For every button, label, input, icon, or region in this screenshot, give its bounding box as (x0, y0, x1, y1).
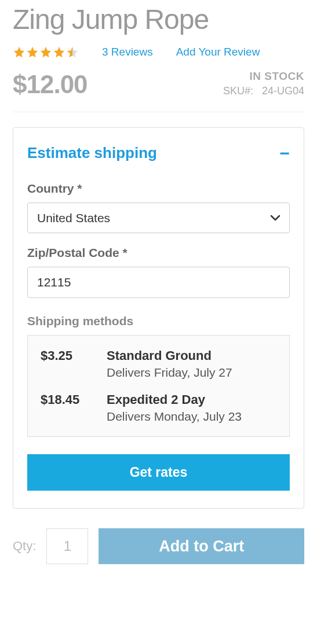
rating-stars (13, 46, 79, 58)
shipping-method-delivery: Delivers Monday, July 23 (107, 410, 242, 424)
country-label: Country * (27, 182, 290, 196)
star-icon (13, 46, 25, 58)
zip-input[interactable] (27, 267, 290, 298)
shipping-methods-label: Shipping methods (27, 314, 290, 328)
product-title: Zing Jump Rope (13, 3, 304, 35)
estimate-shipping-panel: Estimate shipping − Country * United Sta… (13, 127, 304, 509)
qty-input[interactable] (46, 528, 88, 564)
add-to-cart-button[interactable]: Add to Cart (99, 528, 304, 564)
sku-row: SKU#: 24-UG04 (223, 85, 304, 97)
minus-icon: − (279, 145, 290, 162)
sku-label: SKU#: (223, 85, 253, 97)
country-field: Country * United States (27, 182, 290, 233)
shipping-method-row: $18.45 Expedited 2 Day Delivers Monday, … (41, 392, 276, 424)
reviews-link[interactable]: 3 Reviews (102, 46, 153, 58)
star-icon (26, 46, 39, 58)
star-half-icon (66, 46, 79, 58)
shipping-method-name: Expedited 2 Day (107, 392, 242, 407)
shipping-method-row: $3.25 Standard Ground Delivers Friday, J… (41, 348, 276, 380)
stock-status: IN STOCK (223, 70, 304, 83)
shipping-method-price: $18.45 (41, 392, 90, 424)
star-icon (39, 46, 52, 58)
estimate-shipping-title: Estimate shipping (27, 144, 157, 162)
add-to-cart-row: Qty: Add to Cart (13, 528, 304, 576)
zip-label: Zip/Postal Code * (27, 246, 290, 260)
stock-block: IN STOCK SKU#: 24-UG04 (223, 70, 304, 97)
shipping-method-price: $3.25 (41, 348, 90, 380)
shipping-methods-box: $3.25 Standard Ground Delivers Friday, J… (27, 335, 290, 437)
reviews-row: 3 Reviews Add Your Review (13, 46, 304, 58)
star-icon (53, 46, 65, 58)
shipping-method-delivery: Delivers Friday, July 27 (107, 366, 232, 380)
shipping-method-name: Standard Ground (107, 348, 232, 363)
add-review-link[interactable]: Add Your Review (176, 46, 260, 58)
qty-label: Qty: (13, 539, 36, 554)
get-rates-button[interactable]: Get rates (27, 454, 290, 491)
product-price: $12.00 (13, 70, 88, 99)
price-row: $12.00 IN STOCK SKU#: 24-UG04 (13, 70, 304, 112)
estimate-shipping-toggle[interactable]: Estimate shipping − (27, 144, 290, 162)
country-select[interactable]: United States (27, 203, 290, 233)
sku-value: 24-UG04 (262, 85, 304, 97)
zip-field: Zip/Postal Code * (27, 246, 290, 298)
